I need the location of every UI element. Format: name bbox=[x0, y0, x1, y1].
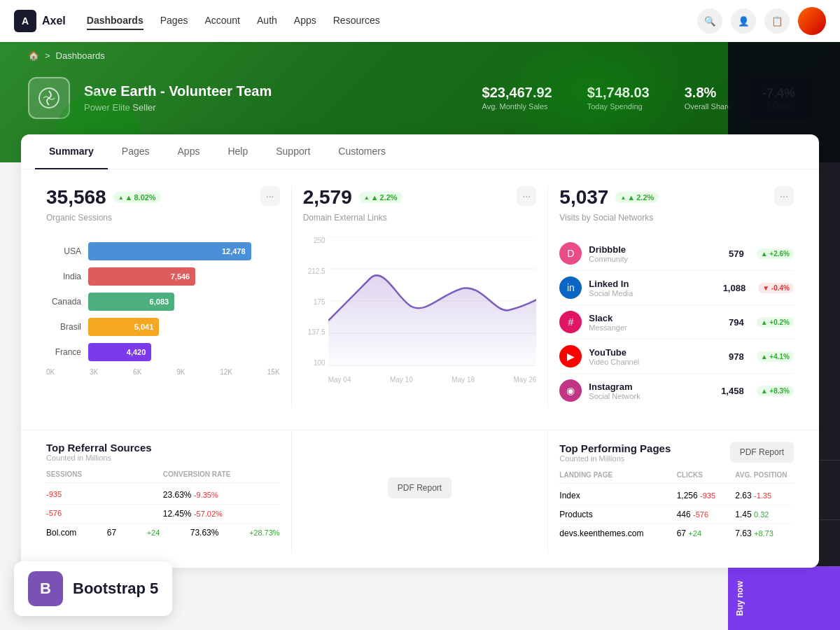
gear-icon: 📋 bbox=[771, 16, 783, 27]
social-name: YouTube bbox=[589, 347, 722, 358]
card-tabs: Summary Pages Apps Help Support Customer… bbox=[21, 134, 819, 169]
tab-summary[interactable]: Summary bbox=[35, 134, 108, 169]
social-icon: # bbox=[559, 311, 582, 333]
top-pages-section: Top Performing Pages Counted in Millions… bbox=[548, 430, 805, 554]
settings-button[interactable]: 📋 bbox=[764, 8, 790, 34]
bar: 6,083 bbox=[88, 293, 174, 311]
social-badge: ▲ 2.2% bbox=[615, 192, 659, 203]
pdf-report-section: PDF Report bbox=[292, 430, 549, 554]
social-type: Social Media bbox=[589, 289, 715, 298]
organic-metric-header: 35,568 ▲ 8.02% bbox=[46, 186, 161, 209]
bar-axis: 0K3K6K9K12K15K bbox=[46, 368, 280, 376]
nav-auth[interactable]: Auth bbox=[257, 12, 277, 30]
social-type: Video Channel bbox=[589, 358, 722, 366]
social-item: in Linked In Social Media 1,088 ▼ -0.4% bbox=[559, 271, 794, 305]
notifications-button[interactable]: 👤 bbox=[731, 8, 756, 34]
social-item: D Dribbble Community 579 ▲ +2.6% bbox=[559, 237, 794, 271]
bar: 5,041 bbox=[88, 318, 159, 336]
social-item: # Slack Messanger 794 ▲ +0.2% bbox=[559, 305, 794, 340]
nav-account[interactable]: Account bbox=[204, 12, 240, 30]
organic-sessions-section: 35,568 ▲ 8.02% Organic Sessions ··· USA … bbox=[35, 186, 292, 407]
social-item: ◉ Instagram Social Network 1,458 ▲ +8.3% bbox=[559, 374, 794, 407]
bar-container: 7,546 bbox=[88, 267, 280, 286]
social-delta: ▲ +0.2% bbox=[757, 317, 794, 328]
social-name: Linked In bbox=[589, 279, 715, 289]
social-count: 579 bbox=[729, 248, 744, 259]
social-name: Instagram bbox=[589, 382, 714, 392]
domain-links-section: 2,579 ▲ 2.2% Domain External Links ··· 2… bbox=[292, 186, 549, 407]
tab-customers[interactable]: Customers bbox=[324, 134, 400, 169]
more-options-organic[interactable]: ··· bbox=[260, 186, 280, 206]
referral-section: Top Referral Sources Counted in Millions… bbox=[35, 430, 292, 554]
nav-dashboards[interactable]: Dashboards bbox=[87, 12, 144, 30]
organic-label: Organic Sessions bbox=[46, 213, 161, 223]
up-arrow-icon: ▲ bbox=[125, 193, 133, 202]
social-count: 978 bbox=[729, 351, 744, 362]
bar-row: India 7,546 bbox=[46, 267, 280, 286]
pdf-report-button[interactable]: PDF Report bbox=[388, 477, 451, 498]
bar-row: Brasil 5,041 bbox=[46, 318, 280, 336]
tab-apps[interactable]: Apps bbox=[164, 134, 214, 169]
social-icon: in bbox=[559, 276, 582, 299]
social-icon: ▶ bbox=[559, 345, 582, 368]
social-info: Instagram Social Network bbox=[589, 382, 714, 400]
nav-actions: 🔍 👤 📋 bbox=[697, 7, 826, 35]
nav-pages[interactable]: Pages bbox=[160, 12, 188, 30]
main-content: Summary Pages Apps Help Support Customer… bbox=[21, 134, 819, 568]
social-type: Community bbox=[589, 255, 722, 263]
tab-support[interactable]: Support bbox=[262, 134, 324, 169]
bootstrap-badge: B Bootstrap 5 bbox=[14, 561, 172, 616]
social-type: Social Network bbox=[589, 392, 714, 400]
search-button[interactable]: 🔍 bbox=[697, 8, 722, 34]
tab-help[interactable]: Help bbox=[214, 134, 262, 169]
search-icon: 🔍 bbox=[704, 16, 716, 27]
brand-name: Axel bbox=[42, 15, 66, 27]
more-options-social[interactable]: ··· bbox=[774, 186, 794, 206]
bar: 7,546 bbox=[88, 267, 195, 286]
bell-icon: 👤 bbox=[738, 16, 750, 27]
social-label: Visits by Social Networks bbox=[559, 213, 659, 223]
bar-row: France 4,420 bbox=[46, 343, 280, 361]
domain-label: Domain External Links bbox=[303, 213, 402, 223]
line-chart: 250 212.5 175 137.5 100 bbox=[303, 237, 537, 384]
avatar[interactable] bbox=[798, 7, 826, 35]
bar-label: India bbox=[46, 272, 81, 281]
bar-container: 5,041 bbox=[88, 318, 280, 336]
social-name: Dribbble bbox=[589, 244, 722, 255]
nav-apps[interactable]: Apps bbox=[294, 12, 316, 30]
domain-value: 2,579 bbox=[303, 186, 352, 209]
organic-value: 35,568 bbox=[46, 186, 106, 209]
more-options-domain[interactable]: ··· bbox=[517, 186, 536, 206]
up-arrow-icon: ▲ bbox=[627, 193, 635, 202]
domain-badge: ▲ 2.2% bbox=[359, 192, 402, 203]
dashboard-bottom: Top Referral Sources Counted in Millions… bbox=[21, 430, 819, 568]
domain-metric-header: 2,579 ▲ 2.2% bbox=[303, 186, 402, 209]
line-chart-svg bbox=[328, 237, 537, 366]
top-pages-sub: Counted in Millions bbox=[559, 454, 671, 463]
pdf-report-button2[interactable]: PDF Report bbox=[730, 442, 794, 463]
social-icon: D bbox=[559, 242, 582, 265]
tab-pages[interactable]: Pages bbox=[108, 134, 164, 169]
breadcrumb-sep: > bbox=[45, 50, 50, 61]
bar-container: 4,420 bbox=[88, 343, 280, 361]
social-networks-section: 5,037 ▲ 2.2% Visits by Social Networks ·… bbox=[548, 186, 805, 407]
bar-container: 6,083 bbox=[88, 293, 280, 311]
dashboard-body: 35,568 ▲ 8.02% Organic Sessions ··· USA … bbox=[21, 169, 819, 424]
top-pages-title: Top Performing Pages bbox=[559, 442, 671, 454]
referral-title: Top Referral Sources bbox=[46, 442, 280, 454]
social-item: ▶ YouTube Video Channel 978 ▲ +4.1% bbox=[559, 340, 794, 374]
social-delta: ▲ +8.3% bbox=[757, 386, 794, 396]
bar-row: USA 12,478 bbox=[46, 242, 280, 260]
team-name: Save Earth - Volunteer Team bbox=[84, 83, 468, 99]
social-name: Slack bbox=[589, 313, 722, 323]
social-icon: ◉ bbox=[559, 379, 582, 402]
bar-label: USA bbox=[46, 246, 81, 256]
brand[interactable]: A Axel bbox=[14, 10, 66, 32]
social-info: YouTube Video Channel bbox=[589, 347, 722, 366]
dashboard-card: Summary Pages Apps Help Support Customer… bbox=[21, 134, 819, 568]
buy-now-button[interactable]: Buy now bbox=[728, 566, 840, 630]
navbar: A Axel Dashboards Pages Account Auth App… bbox=[0, 0, 840, 42]
nav-resources[interactable]: Resources bbox=[333, 12, 380, 30]
social-count: 1,088 bbox=[723, 283, 746, 293]
social-list: D Dribbble Community 579 ▲ +2.6% in Link… bbox=[559, 237, 794, 407]
